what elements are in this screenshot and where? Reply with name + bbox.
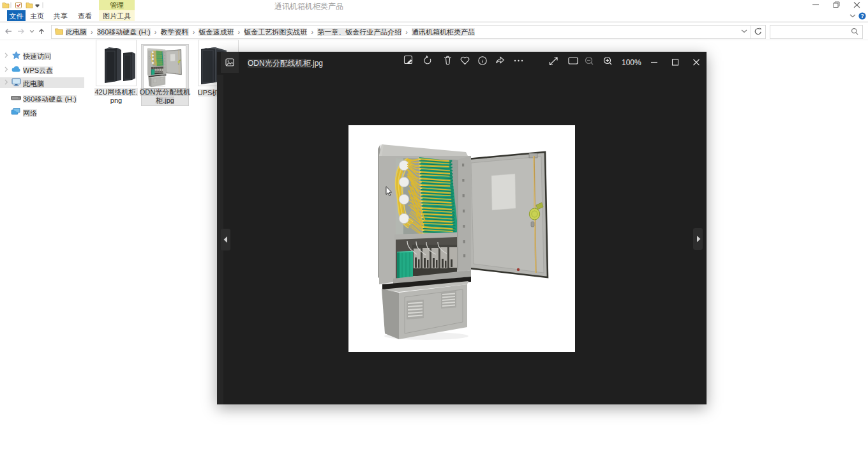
- svg-text:?: ?: [860, 13, 864, 19]
